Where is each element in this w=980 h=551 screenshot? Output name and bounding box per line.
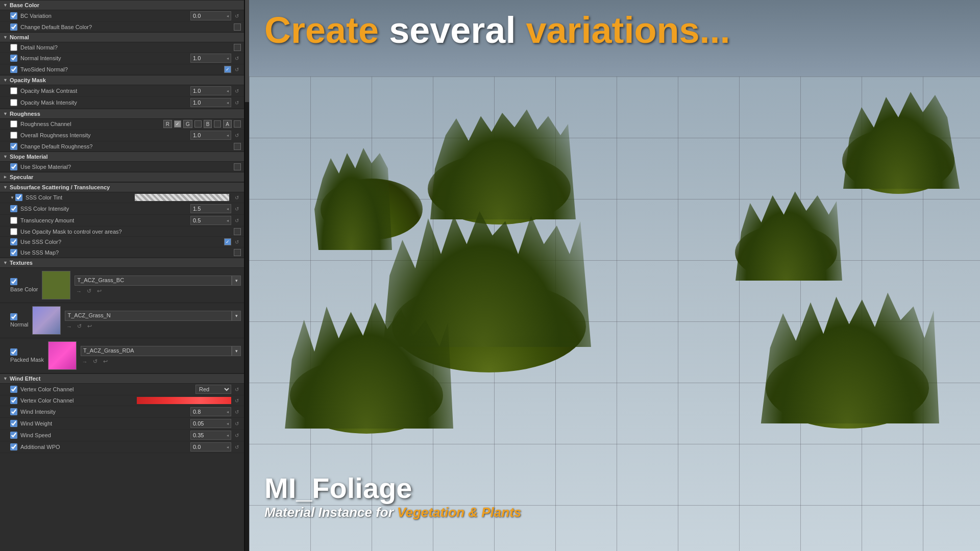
normal-tex-checkbox[interactable]	[10, 313, 17, 320]
section-wind-effect[interactable]: ▼ Wind Effect	[0, 373, 244, 384]
bc-variation-value[interactable]: 0.0 ◂	[190, 11, 231, 20]
sss-color-tint-checkbox[interactable]	[15, 194, 22, 201]
change-roughness-checkbox[interactable]	[10, 143, 17, 150]
sss-intensity-checkbox[interactable]	[10, 205, 17, 212]
opacity-contrast-reset[interactable]: ↺	[233, 87, 241, 95]
title-word-several: several	[389, 10, 516, 51]
additional-wpo-reset[interactable]: ↺	[233, 443, 241, 451]
normal-intensity-checkbox[interactable]	[10, 55, 17, 62]
channel-b-check	[214, 120, 221, 128]
use-sss-color-value[interactable]	[224, 238, 231, 245]
opacity-intensity-value[interactable]: 1.0 ◂	[190, 98, 231, 107]
roughness-channel-checkbox[interactable]	[10, 120, 17, 128]
wind-intensity-checkbox[interactable]	[10, 408, 17, 415]
packed-mask-tex-arrow[interactable]: →	[81, 358, 89, 366]
section-normal[interactable]: ▼ Normal	[0, 32, 244, 42]
channel-r-btn[interactable]: R	[163, 120, 172, 128]
packed-mask-tex-dropdown[interactable]: ▾	[232, 346, 241, 356]
section-roughness[interactable]: ▼ Roughness	[0, 109, 244, 119]
mi-foliage-label: MI_Foliage	[264, 471, 521, 505]
sss-intensity-reset[interactable]: ↺	[233, 205, 241, 213]
change-roughness-value[interactable]	[234, 143, 241, 150]
sss-intensity-value[interactable]: 1.5 ◂	[190, 204, 231, 213]
additional-wpo-value[interactable]: 0.0 ◂	[190, 442, 231, 452]
use-slope-value[interactable]	[234, 163, 241, 170]
normal-tex-dropdown[interactable]: ▾	[232, 311, 241, 321]
translucency-checkbox[interactable]	[10, 217, 17, 224]
section-label: Wind Effect	[10, 375, 40, 382]
use-sss-color-reset[interactable]: ↺	[233, 238, 241, 246]
twosided-normal-checkbox[interactable]	[10, 66, 17, 73]
translucency-reset[interactable]: ↺	[233, 216, 241, 224]
prop-use-opacity-mask: Use Opacity Mask to control over areas?	[0, 227, 244, 237]
translucency-value[interactable]: 0.5 ◂	[190, 216, 231, 225]
opacity-intensity-reset[interactable]: ↺	[233, 98, 241, 107]
detail-normal-checkbox[interactable]	[10, 44, 17, 51]
overall-roughness-checkbox[interactable]	[10, 132, 17, 139]
base-color-tex-reset[interactable]: ↩	[95, 287, 103, 295]
overall-roughness-value[interactable]: 1.0 ◂	[190, 131, 231, 140]
bc-variation-checkbox[interactable]	[10, 12, 17, 19]
wind-weight-value[interactable]: 0.05 ◂	[190, 419, 231, 428]
section-textures[interactable]: ▼ Textures	[0, 258, 244, 268]
spin-icon: ◂	[227, 89, 229, 93]
wind-weight-checkbox[interactable]	[10, 420, 17, 427]
opacity-intensity-checkbox[interactable]	[10, 99, 17, 106]
scrollbar-thumb[interactable]	[245, 0, 249, 102]
normal-tex-arrow[interactable]: →	[65, 322, 73, 331]
opacity-contrast-value[interactable]: 1.0 ◂	[190, 86, 231, 95]
normal-tex-reset[interactable]: ↩	[85, 322, 93, 331]
panel-scrollbar[interactable]	[245, 0, 249, 551]
base-color-tex-arrow[interactable]: →	[75, 287, 83, 295]
section-base-color[interactable]: ▼ Base Color	[0, 0, 244, 10]
detail-normal-value[interactable]	[234, 44, 241, 51]
change-default-bc-value[interactable]	[234, 23, 241, 31]
bc-variation-reset[interactable]: ↺	[233, 12, 241, 20]
wind-intensity-value[interactable]: 0.8 ◂	[190, 407, 231, 416]
wind-intensity-reset[interactable]: ↺	[233, 408, 241, 416]
twosided-normal-reset[interactable]: ↺	[233, 65, 241, 73]
packed-mask-tex-reset[interactable]: ↩	[101, 358, 109, 366]
sss-color-tint-reset[interactable]: ↺	[233, 193, 241, 202]
packed-mask-tex-search[interactable]: ↺	[91, 358, 99, 366]
wind-speed-label: Wind Speed	[20, 432, 190, 438]
vc-channel1-select[interactable]: Red Green Blue Alpha	[195, 385, 231, 394]
title-word-create: Create	[264, 10, 379, 51]
vc-channel2-reset[interactable]: ↺	[233, 396, 241, 405]
overall-roughness-reset[interactable]: ↺	[233, 131, 241, 139]
section-specular[interactable]: ▼ Specular	[0, 172, 244, 182]
section-opacity-mask[interactable]: ▼ Opacity Mask	[0, 75, 244, 85]
normal-tex-name-row: T_ACZ_Grass_N ▾	[65, 311, 241, 321]
base-color-tex-checkbox[interactable]	[10, 278, 17, 285]
change-default-bc-checkbox[interactable]	[10, 23, 17, 31]
normal-tex-search[interactable]: ↺	[75, 322, 83, 331]
wind-speed-value[interactable]: 0.35 ◂	[190, 431, 231, 440]
use-slope-checkbox[interactable]	[10, 163, 17, 170]
channel-g-btn[interactable]: G	[183, 120, 192, 128]
wind-weight-reset[interactable]: ↺	[233, 419, 241, 428]
wind-speed-checkbox[interactable]	[10, 432, 17, 439]
use-opacity-mask-value[interactable]	[234, 228, 241, 235]
packed-mask-tex-checkbox[interactable]	[10, 348, 17, 356]
vc-channel1-checkbox[interactable]	[10, 386, 17, 393]
normal-intensity-reset[interactable]: ↺	[233, 54, 241, 62]
section-slope-material[interactable]: ▼ Slope Material	[0, 152, 244, 162]
normal-intensity-value[interactable]: 1.0 ◂	[190, 54, 231, 63]
vc-channel1-reset[interactable]: ↺	[233, 385, 241, 393]
use-sss-map-checkbox[interactable]	[10, 249, 17, 256]
additional-wpo-checkbox[interactable]	[10, 443, 17, 450]
use-opacity-mask-checkbox[interactable]	[10, 228, 17, 235]
section-sss[interactable]: ▼ Subsurface Scattering / Translucency	[0, 182, 244, 192]
base-color-tex-dropdown[interactable]: ▾	[232, 276, 241, 286]
base-color-tex-info: T_ACZ_Grass_BC ▾ → ↺ ↩	[75, 276, 241, 295]
use-sss-color-checkbox[interactable]	[10, 238, 17, 245]
base-color-tex-search[interactable]: ↺	[85, 287, 93, 295]
channel-b-btn[interactable]: B	[204, 120, 212, 128]
opacity-contrast-checkbox[interactable]	[10, 87, 17, 94]
wind-speed-reset[interactable]: ↺	[233, 431, 241, 439]
use-sss-map-value[interactable]	[234, 249, 241, 256]
vc-channel2-checkbox[interactable]	[10, 397, 17, 404]
sss-color-bar[interactable]	[135, 194, 229, 201]
channel-a-btn[interactable]: A	[223, 120, 232, 128]
twosided-normal-value[interactable]	[224, 66, 231, 73]
